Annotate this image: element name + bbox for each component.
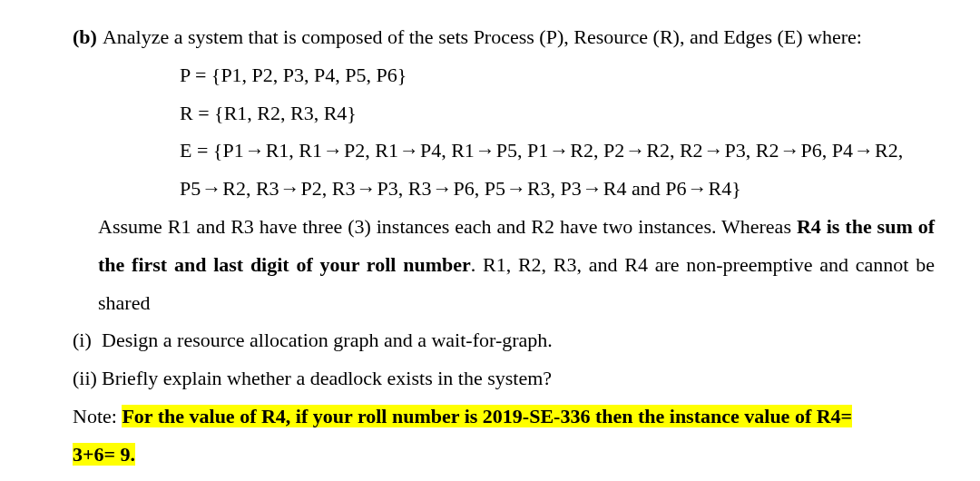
sub-question-i: (i) Design a resource allocation graph a… — [73, 321, 935, 359]
note-highlight-1: For the value of R4, if your roll number… — [122, 405, 852, 427]
note-paragraph: Note: For the value of R4, if your roll … — [73, 398, 935, 474]
question-part-b: (b) Analyze a system that is composed of… — [73, 18, 935, 56]
sub-text-ii: Briefly explain whether a deadlock exist… — [102, 359, 552, 398]
sub-label-ii: (ii) — [73, 359, 102, 398]
set-e-definition: E = {P1→R1, R1→P2, R1→P4, R1→P5, P1→R2, … — [73, 132, 935, 208]
sub-label-i: (i) — [73, 321, 102, 359]
note-highlight-2: 3+6= 9. — [73, 443, 135, 466]
set-p-definition: P = {P1, P2, P3, P4, P5, P6} — [73, 56, 935, 94]
part-label: (b) — [73, 18, 97, 56]
prompt-text: Analyze a system that is composed of the… — [103, 18, 862, 56]
assume-text-1: Assume R1 and R3 have three (3) instance… — [98, 215, 797, 238]
assumption-paragraph: Assume R1 and R3 have three (3) instance… — [73, 208, 935, 321]
sub-question-ii: (ii) Briefly explain whether a deadlock … — [73, 359, 935, 398]
note-label: Note: — [73, 405, 122, 427]
set-r-definition: R = {R1, R2, R3, R4} — [73, 94, 935, 133]
sub-text-i: Design a resource allocation graph and a… — [102, 321, 553, 359]
